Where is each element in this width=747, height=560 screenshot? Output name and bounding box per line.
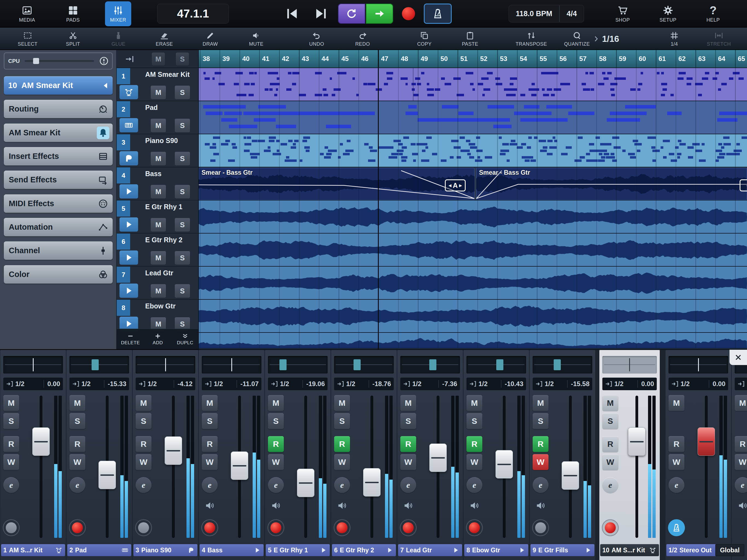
close-mixer-button[interactable] — [729, 350, 747, 365]
read-automation-button[interactable]: R — [669, 436, 685, 452]
monitor-speaker-icon[interactable] — [270, 500, 282, 511]
timeline-lane[interactable] — [199, 200, 747, 233]
write-automation-button[interactable]: W — [533, 454, 548, 470]
setup-button[interactable]: SETUP — [651, 1, 685, 26]
shop-button[interactable]: SHOP — [606, 1, 639, 26]
global-button[interactable]: Global — [715, 544, 744, 556]
track-icon-button[interactable] — [120, 284, 138, 298]
record-arm-button[interactable] — [135, 519, 152, 536]
sidebar-item-channel[interactable]: Channel — [4, 241, 113, 260]
record-arm-button[interactable] — [3, 519, 20, 536]
pan-slider[interactable] — [70, 356, 129, 374]
channel-name-bar[interactable]: 10AM S...r Kit — [600, 544, 659, 556]
write-automation-button[interactable]: W — [334, 454, 350, 470]
record-arm-button[interactable] — [466, 519, 483, 536]
channel-mute-button[interactable]: M — [466, 395, 482, 411]
mixer-strip-3[interactable]: 1/2-4.12MSRWe3Piano S90 — [132, 350, 199, 560]
track-row-2[interactable]: 2PadMS — [117, 101, 199, 134]
mixer-strip-4[interactable]: 1/2-11.07MSRWe4Bass — [199, 350, 265, 560]
channel-edit-button[interactable]: e — [533, 477, 548, 493]
channel-edit-button[interactable]: e — [136, 477, 152, 493]
sidebar-item-color[interactable]: Color — [4, 265, 113, 284]
automation-marker[interactable]: ◀A▶ — [445, 179, 466, 192]
sidebar-item-midi-effects[interactable]: MIDI Effects — [4, 195, 113, 213]
channel-mute-button[interactable]: M — [400, 395, 416, 411]
channel-output-row[interactable]: 1/20.00 — [602, 378, 657, 390]
read-automation-button[interactable]: R — [3, 436, 19, 452]
channel-name-bar[interactable]: 3Piano S90 — [133, 544, 198, 556]
fader-track[interactable] — [172, 396, 175, 538]
track-mute-button[interactable]: M — [150, 218, 166, 232]
fader-track[interactable] — [705, 396, 707, 538]
track-icon-button[interactable] — [120, 184, 138, 199]
channel-edit-button[interactable]: e — [70, 477, 85, 493]
tool-undo[interactable]: UNDO — [298, 29, 336, 49]
track-row-3[interactable]: 3Piano S90MS — [117, 134, 199, 167]
tool-copy[interactable]: COPY — [405, 29, 443, 49]
playhead[interactable] — [378, 50, 379, 349]
metronome-indicator[interactable] — [668, 519, 685, 536]
volume-fader[interactable] — [495, 450, 513, 479]
skip-to-start-button[interactable] — [284, 6, 300, 21]
skip-to-end-button[interactable] — [313, 6, 329, 21]
track-mute-button[interactable]: M — [150, 85, 166, 100]
volume-fader[interactable] — [628, 427, 646, 456]
tool-split[interactable]: SPLIT — [54, 29, 92, 49]
channel-solo-button[interactable]: S — [400, 413, 416, 429]
channel-edit-button[interactable]: e — [669, 477, 685, 493]
read-automation-button[interactable]: R — [466, 436, 482, 452]
track-mute-button[interactable]: M — [150, 184, 166, 199]
track-solo-button[interactable]: S — [175, 284, 190, 298]
arrange-area[interactable]: 3839404142434445464748495051525354555657… — [199, 50, 747, 349]
tool-transpose[interactable]: TRANSPOSE — [512, 29, 550, 49]
record-arm-button[interactable] — [69, 519, 86, 536]
tool-mute[interactable]: MUTE — [237, 29, 275, 49]
channel-output-row[interactable]: 1/2-7.36 — [400, 378, 460, 390]
track-solo-button[interactable]: S — [175, 218, 190, 232]
track-solo-button[interactable]: S — [175, 119, 190, 133]
timeline-lane[interactable] — [199, 333, 747, 349]
pan-slider[interactable] — [533, 356, 592, 374]
channel-output-row[interactable]: 1/2-10.43 — [466, 378, 526, 390]
pan-slider[interactable] — [136, 356, 195, 374]
channel-mute-button[interactable]: M — [268, 395, 284, 411]
channel-edit-button[interactable]: e — [735, 477, 747, 493]
volume-fader[interactable] — [429, 443, 447, 472]
fader-track[interactable] — [304, 396, 307, 538]
channel-name-bar[interactable]: 9E Gtr Fills — [531, 544, 594, 556]
pan-slider[interactable] — [3, 356, 63, 374]
timeline-lane[interactable]: Smear - Bass GtrSmear - Bass Gtr◀A▶◀ — [199, 167, 747, 200]
write-automation-button[interactable]: W — [669, 454, 685, 470]
help-button[interactable]: ? HELP — [697, 1, 729, 26]
track-solo-button[interactable]: S — [175, 85, 190, 100]
tempo-display[interactable]: 118.0 BPM 4/4 — [509, 5, 584, 22]
channel-solo-button[interactable]: S — [3, 413, 19, 429]
track-mute-button[interactable]: M — [150, 284, 166, 298]
channel-mute-button[interactable]: M — [136, 395, 152, 411]
delete-track-button[interactable]: DELETE — [117, 329, 144, 349]
timeline-lane[interactable] — [199, 68, 747, 101]
mixer-strip-6[interactable]: 1/2-18.76MSRWe6E Gtr Rhy 2 — [331, 350, 397, 560]
volume-fader[interactable] — [562, 461, 579, 490]
timeline-lane[interactable] — [199, 300, 747, 333]
record-button[interactable] — [402, 7, 415, 20]
mixer-button[interactable]: MIXER — [105, 1, 131, 26]
volume-fader[interactable] — [98, 461, 116, 489]
channel-edit-button[interactable]: e — [334, 477, 350, 493]
channel-mute-button[interactable]: M — [533, 395, 548, 411]
channel-output-row[interactable]: 1/2-11.07 — [202, 378, 261, 390]
channel-mute-button[interactable]: M — [202, 395, 217, 411]
read-automation-button[interactable]: R — [202, 436, 217, 452]
mixer-strip-1-2[interactable]: 1/20.00MRWe1/2Stereo Out — [665, 350, 731, 560]
fader-track[interactable] — [40, 396, 42, 538]
track-row-7[interactable]: 7Lead GtrMS — [117, 266, 199, 300]
volume-fader[interactable] — [697, 427, 715, 456]
channel-solo-button[interactable]: S — [136, 413, 152, 429]
read-automation-button[interactable]: R — [136, 436, 152, 452]
pan-slider[interactable] — [400, 356, 460, 374]
track-icon-button[interactable] — [120, 251, 138, 265]
timeline-lane[interactable] — [199, 134, 747, 167]
tool-erase[interactable]: ERASE — [145, 29, 183, 49]
channel-output-row[interactable]: 1/2-19.06 — [268, 378, 328, 390]
channel-name-bar[interactable]: 5E Gtr Rhy 1 — [266, 544, 330, 556]
